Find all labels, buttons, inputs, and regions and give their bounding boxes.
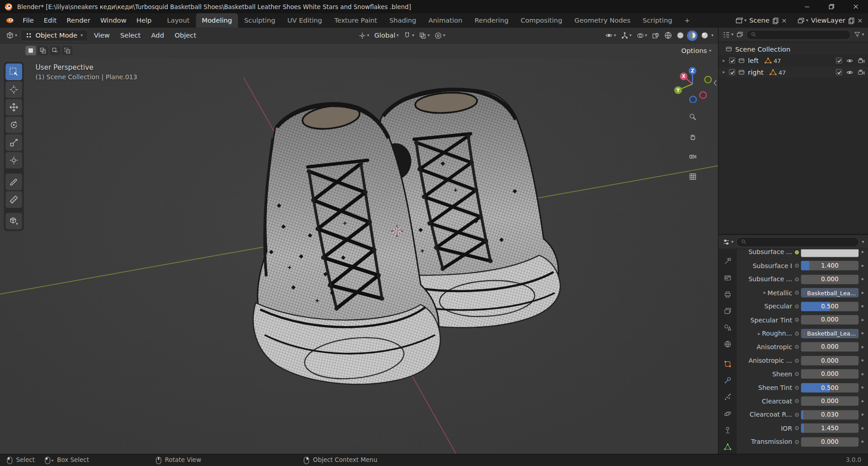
tab-physics[interactable] [720,406,736,421]
property-row[interactable]: ▸Roughn... Basketball_Lea... [738,327,866,340]
value-slider[interactable]: 0.030 [801,410,858,419]
tool-cursor[interactable] [5,81,22,98]
value-slider[interactable]: 0.000 [801,356,858,365]
unlink-scene-icon[interactable] [782,18,787,23]
show-gizmo-button[interactable]: ▾ [620,29,634,42]
editor-type-button[interactable]: ▾ [5,29,19,42]
socket-dot-icon[interactable] [792,413,801,417]
xray-toggle-button[interactable] [650,29,661,42]
properties-search-input[interactable] [736,237,859,247]
zoom-view-icon[interactable] [686,110,698,123]
tab-world[interactable] [720,336,736,351]
show-overlays-button[interactable]: ▾ [635,29,649,42]
viewlayer-name[interactable]: ViewLayer [811,17,845,24]
keyframe-dot-icon[interactable] [858,441,866,443]
property-row[interactable]: Subsurface I 1.400 [738,259,866,273]
property-row[interactable]: ▸Metallic Basketball_Lea... [738,286,866,300]
3d-viewport[interactable]: User Perspective (1) Scene Collection | … [0,58,718,454]
outliner-row-right[interactable]: ▸ right 47 [718,66,868,78]
workspace-tab-modeling[interactable]: Modeling [196,13,238,28]
menu-select[interactable]: Select [116,28,145,43]
exclude-checkbox[interactable] [836,69,842,75]
tab-view-layer[interactable] [720,303,736,318]
property-row[interactable]: Sheen 0.000 [738,367,866,381]
outliner-display-mode-icon[interactable] [736,31,743,38]
select-mode-intersect-button[interactable] [62,46,73,55]
outliner-row-left[interactable]: ▸ left 47 [718,55,868,67]
properties-options-icon[interactable]: ▾ [862,240,864,244]
property-row[interactable]: Specular 0.500 [738,300,866,313]
value-slider[interactable]: 0.000 [801,396,858,406]
socket-dot-icon[interactable] [792,291,801,295]
keyframe-dot-icon[interactable] [858,346,866,348]
workspace-tab-shading[interactable]: Shading [383,13,422,28]
keyframe-dot-icon[interactable] [858,264,866,267]
workspace-tab-compositing[interactable]: Compositing [514,13,568,28]
tool-scale[interactable] [5,135,22,151]
snap-magnet-button[interactable]: ▾ [402,29,416,42]
menu-file[interactable]: File [18,13,39,28]
snap-target-button[interactable]: ▾ [417,29,432,42]
pan-view-hand-icon[interactable] [686,130,698,143]
keyframe-dot-icon[interactable] [858,251,866,253]
property-row[interactable]: Anisotropic ... 0.000 [738,354,866,367]
socket-dot-icon[interactable] [792,277,801,281]
remove-viewlayer-icon[interactable] [858,18,863,23]
workspace-tab-layout[interactable]: Layout [161,13,196,28]
menu-render[interactable]: Render [62,13,95,28]
value-slider[interactable]: 0.000 [801,315,858,325]
property-row[interactable]: Clearcoat 0.000 [738,394,866,408]
keyframe-dot-icon[interactable] [858,319,866,321]
menu-help[interactable]: Help [131,13,156,28]
disable-render-camera-icon[interactable] [858,57,865,64]
value-slider[interactable]: 0.500 [801,383,858,393]
shading-rendered-button[interactable] [699,30,710,41]
value-slider[interactable]: 0.000 [801,274,858,284]
socket-dot-icon[interactable] [792,372,801,376]
workspace-tab-geometry-nodes[interactable]: Geometry Nodes [568,13,637,28]
socket-dot-icon[interactable] [792,345,801,349]
socket-dot-icon[interactable] [792,426,801,430]
collection-checkbox[interactable] [729,58,735,63]
menu-object[interactable]: Object [170,28,200,43]
property-row[interactable]: IOR 1.450 [738,422,866,435]
property-row[interactable]: Sheen Tint 0.500 [738,381,866,394]
hide-eye-icon[interactable] [846,68,853,76]
keyframe-dot-icon[interactable] [858,332,866,335]
toggle-orthographic-icon[interactable] [686,170,698,183]
viewport-canvas[interactable] [0,58,718,454]
workspace-tab-texture-paint[interactable]: Texture Paint [328,13,383,28]
workspace-tab-rendering[interactable]: Rendering [468,13,514,28]
options-button[interactable]: Options ▾ [681,47,711,54]
keyframe-dot-icon[interactable] [858,278,866,280]
socket-dot-icon[interactable] [792,440,801,444]
tab-scene[interactable] [720,320,736,335]
value-slider[interactable]: 0.500 [801,302,858,311]
tool-select-box[interactable] [5,63,22,80]
object-visibility-button[interactable]: ▾ [603,29,618,42]
workspace-tab-scripting[interactable]: Scripting [636,13,678,28]
property-row[interactable]: Specular Tint 0.000 [738,313,866,327]
keyframe-dot-icon[interactable] [858,292,866,294]
workspace-tab-uv-editing[interactable]: UV Editing [281,13,328,28]
shading-wireframe-button[interactable] [663,30,673,41]
socket-dot-icon[interactable] [792,386,801,390]
camera-view-icon[interactable] [686,150,698,163]
socket-dot-icon[interactable] [792,304,801,308]
hide-eye-icon[interactable] [846,57,853,64]
maximize-button[interactable] [820,0,844,13]
tab-output[interactable] [720,287,736,301]
keyframe-dot-icon[interactable] [858,400,866,402]
property-row[interactable]: Clearcoat R... 0.030 [738,408,866,422]
shading-material-button[interactable] [687,30,698,41]
app-menu-button[interactable] [2,13,18,28]
transform-pivot-button[interactable]: ▾ [357,29,371,42]
menu-view[interactable]: View [89,28,114,43]
tool-annotate[interactable] [5,173,22,190]
new-scene-icon[interactable] [772,17,779,24]
minimize-button[interactable] [795,0,820,13]
exclude-checkbox[interactable] [836,58,842,63]
keyframe-dot-icon[interactable] [858,427,866,429]
properties-editor-type-button[interactable]: ▾ [723,238,733,245]
value-slider[interactable]: 0.000 [801,437,858,447]
